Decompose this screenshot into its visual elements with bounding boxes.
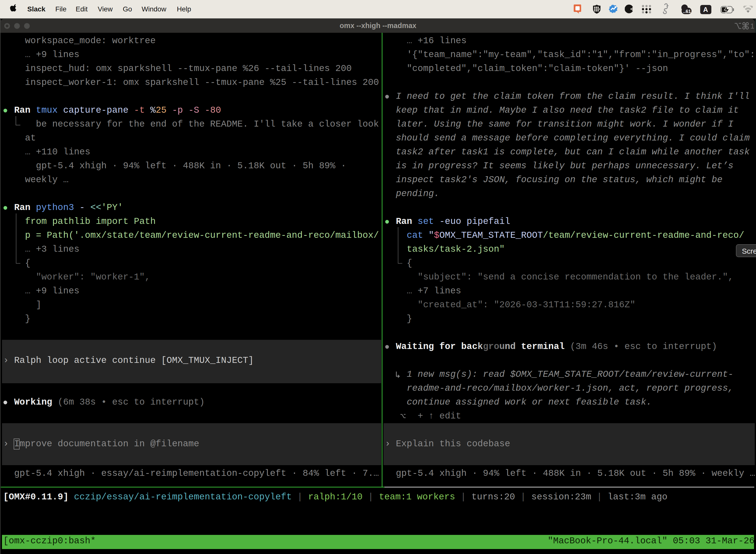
svg-text:1: 1 xyxy=(750,22,754,30)
svg-text:A: A xyxy=(703,6,708,13)
svg-text:..61: ..61 xyxy=(683,9,691,14)
